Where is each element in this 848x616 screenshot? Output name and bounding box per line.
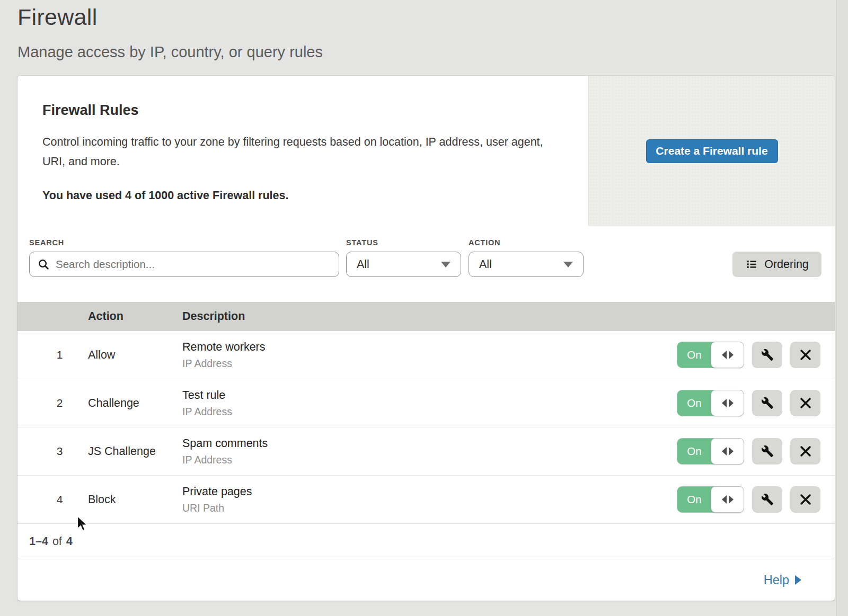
rules-table-header: Action Description xyxy=(17,302,835,331)
triangle-right-icon xyxy=(729,495,734,504)
edit-rule-button[interactable] xyxy=(752,390,782,416)
create-firewall-rule-button[interactable]: Create a Firewall rule xyxy=(646,139,778,163)
chevron-down-icon xyxy=(563,262,573,267)
close-icon xyxy=(800,397,811,409)
rule-controls: On xyxy=(677,438,835,465)
wrench-icon xyxy=(761,493,774,506)
triangle-left-icon xyxy=(722,399,727,407)
rule-match-type: IP Address xyxy=(182,358,677,370)
triangle-right-icon xyxy=(729,351,734,359)
rule-enabled-toggle[interactable]: On xyxy=(677,438,744,465)
triangle-left-icon xyxy=(722,351,727,359)
chevron-down-icon xyxy=(441,262,450,267)
action-label: ACTION xyxy=(469,238,584,247)
usage-summary: You have used 4 of 1000 active Firewall … xyxy=(42,189,551,202)
rule-enabled-toggle[interactable]: On xyxy=(677,390,744,416)
card-footer: Help xyxy=(17,559,835,601)
toggle-state-label: On xyxy=(677,487,711,512)
table-row: 1 Allow Remote workers IP Address On xyxy=(17,331,835,379)
rule-action: Block xyxy=(88,493,182,506)
page-title: Firewall xyxy=(17,4,848,30)
rule-description: Spam comments xyxy=(182,437,677,450)
pagination: 1–4 of 4 xyxy=(17,524,835,559)
action-filter-group: ACTION All xyxy=(469,238,584,277)
edit-rule-button[interactable] xyxy=(752,342,782,368)
action-selected-value: All xyxy=(479,258,492,271)
action-select[interactable]: All xyxy=(469,252,584,277)
toggle-state-label: On xyxy=(677,439,711,464)
rule-match-type: URI Path xyxy=(182,502,677,514)
ordering-button-label: Ordering xyxy=(764,258,809,271)
triangle-right-icon xyxy=(795,575,801,585)
rule-enabled-toggle[interactable]: On xyxy=(677,486,744,513)
search-icon xyxy=(38,258,49,270)
search-input[interactable] xyxy=(55,257,331,271)
section-heading: Firewall Rules xyxy=(42,102,551,119)
rule-description-cell: Remote workers IP Address xyxy=(182,341,677,370)
intro-text-block: Firewall Rules Control incoming traffic … xyxy=(17,76,588,226)
delete-rule-button[interactable] xyxy=(790,390,820,416)
toggle-handle[interactable] xyxy=(711,390,744,416)
delete-rule-button[interactable] xyxy=(790,486,820,513)
status-filter-group: STATUS All xyxy=(346,238,469,277)
delete-rule-button[interactable] xyxy=(790,342,820,368)
table-row: 4 Block Private pages URI Path On xyxy=(17,476,835,524)
wrench-icon xyxy=(761,349,774,361)
triangle-right-icon xyxy=(729,399,734,407)
search-label: SEARCH xyxy=(29,238,346,247)
rule-enabled-toggle[interactable]: On xyxy=(677,342,744,368)
rule-description: Remote workers xyxy=(182,341,677,354)
close-icon xyxy=(800,494,811,505)
rule-action: Challenge xyxy=(88,397,182,410)
description-column-header: Description xyxy=(182,310,835,323)
page-header: Firewall Manage access by IP, country, o… xyxy=(0,0,848,61)
wrench-icon xyxy=(761,445,774,458)
status-label: STATUS xyxy=(346,238,469,247)
rule-description-cell: Private pages URI Path xyxy=(182,485,677,514)
rule-description: Private pages xyxy=(182,485,677,498)
rules-table-body: 1 Allow Remote workers IP Address On xyxy=(17,331,835,524)
rule-description-cell: Test rule IP Address xyxy=(182,389,677,418)
close-icon xyxy=(800,445,811,457)
list-icon xyxy=(745,258,758,271)
triangle-left-icon xyxy=(722,447,727,456)
rule-controls: On xyxy=(677,390,835,416)
rule-controls: On xyxy=(677,486,835,513)
filters-bar: SEARCH STATUS All ACTION All xyxy=(17,226,835,302)
rule-description: Test rule xyxy=(182,389,677,402)
status-select[interactable]: All xyxy=(346,252,461,277)
intro-section: Firewall Rules Control incoming traffic … xyxy=(17,76,835,226)
rule-controls: On xyxy=(677,342,835,368)
rule-description-cell: Spam comments IP Address xyxy=(182,437,677,466)
toggle-handle[interactable] xyxy=(711,438,744,465)
rule-action: JS Challenge xyxy=(88,445,182,458)
page-subtitle: Manage access by IP, country, or query r… xyxy=(17,43,848,61)
close-icon xyxy=(800,349,811,361)
help-link-label: Help xyxy=(764,573,789,587)
edit-rule-button[interactable] xyxy=(752,486,782,513)
table-row: 2 Challenge Test rule IP Address On xyxy=(17,379,835,427)
ordering-button[interactable]: Ordering xyxy=(732,252,822,277)
help-link[interactable]: Help xyxy=(764,573,801,587)
toggle-handle[interactable] xyxy=(711,342,744,368)
search-box[interactable] xyxy=(29,252,339,277)
search-filter-group: SEARCH xyxy=(29,238,346,277)
window-edge-strip xyxy=(836,0,848,616)
rule-priority-number: 2 xyxy=(17,397,88,409)
edit-rule-button[interactable] xyxy=(752,438,782,465)
firewall-rules-card: Firewall Rules Control incoming traffic … xyxy=(17,76,835,601)
pagination-range: 1–4 xyxy=(29,535,48,548)
triangle-left-icon xyxy=(722,495,727,504)
rule-match-type: IP Address xyxy=(182,406,677,418)
delete-rule-button[interactable] xyxy=(790,438,820,465)
create-rule-panel: Create a Firewall rule xyxy=(588,76,835,226)
table-row: 3 JS Challenge Spam comments IP Address … xyxy=(17,427,835,476)
triangle-right-icon xyxy=(729,447,734,456)
status-selected-value: All xyxy=(357,258,369,271)
pagination-total: 4 xyxy=(66,535,73,548)
rule-match-type: IP Address xyxy=(182,454,677,466)
toggle-handle[interactable] xyxy=(711,486,744,513)
rule-action: Allow xyxy=(88,349,182,362)
toggle-state-label: On xyxy=(677,342,711,368)
rule-priority-number: 3 xyxy=(17,445,88,458)
